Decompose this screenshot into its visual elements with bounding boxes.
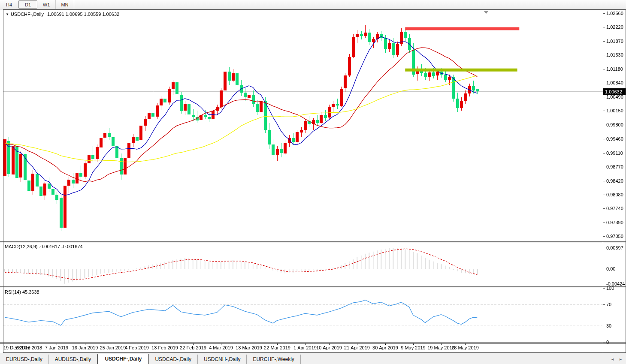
symbol-tab-usdchf[interactable]: USDCHF-,Daily <box>97 354 149 364</box>
timeframe-button-h4[interactable]: H4 <box>0 0 18 9</box>
rsi-indicator-label: RSI(14) 45.3638 <box>5 289 39 295</box>
timeframe-toolbar: H4D1W1MN <box>0 0 626 9</box>
timeframe-button-mn[interactable]: MN <box>56 0 74 9</box>
trading-app-window: H4D1W1MN ▼USDCHF-,Daily1.00691 1.00695 1… <box>0 0 626 364</box>
symbol-tab-bar: EURUSD-,DailyAUDUSD-,DailyUSDCHF-,DailyU… <box>0 353 626 364</box>
symbol-tab-eurusd[interactable]: EURUSD-,Daily <box>0 355 49 364</box>
timeframe-button-w1[interactable]: W1 <box>37 0 56 9</box>
symbol-tab-usdcad[interactable]: USDCAD-,Daily <box>149 355 198 364</box>
macd-indicator-label: MACD(12,26,9) -0.001617 -0.001674 <box>5 244 83 249</box>
chart-ohlc-values: 1.00691 1.00695 1.00559 1.00632 <box>47 12 119 17</box>
chart-symbol-label: USDCHF-,Daily <box>11 12 44 17</box>
chart-title: ▼USDCHF-,Daily1.00691 1.00695 1.00559 1.… <box>6 12 119 17</box>
tab-scrollers: ◂▸ <box>611 353 626 364</box>
tab-scroll-left-icon[interactable]: ◂ <box>611 357 614 361</box>
symbol-tab-eurchf[interactable]: EURCHF-,Weekly <box>247 355 300 364</box>
timeframe-button-d1[interactable]: D1 <box>18 0 37 9</box>
symbol-tab-audusd[interactable]: AUDUSD-,Daily <box>49 355 98 364</box>
chart-canvas[interactable] <box>0 9 626 353</box>
symbol-tab-usdcnh[interactable]: USDCNH-,Daily <box>198 355 247 364</box>
chevron-down-icon[interactable]: ▼ <box>6 12 9 16</box>
tab-scroll-right-icon[interactable]: ▸ <box>620 357 622 361</box>
